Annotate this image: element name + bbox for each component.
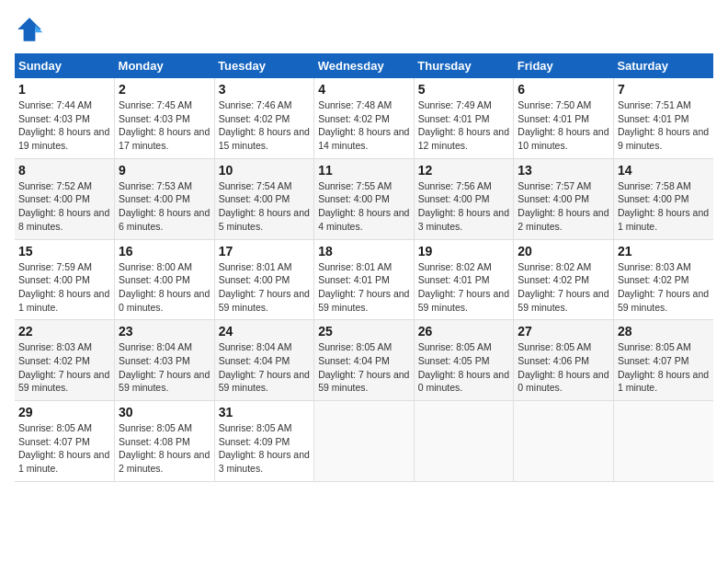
- day-info: Sunrise: 7:51 AMSunset: 4:01 PMDaylight:…: [618, 98, 710, 153]
- day-info: Sunrise: 7:46 AMSunset: 4:02 PMDaylight:…: [219, 98, 311, 153]
- empty-cell: [613, 401, 713, 482]
- day-number: 30: [119, 405, 210, 419]
- calendar-day-18: 18Sunrise: 8:01 AMSunset: 4:01 PMDayligh…: [314, 239, 415, 320]
- day-info: Sunrise: 8:05 AMSunset: 4:05 PMDaylight:…: [418, 340, 510, 395]
- day-number: 28: [618, 324, 710, 339]
- weekday-header-row: SundayMondayTuesdayWednesdayThursdayFrid…: [15, 53, 713, 78]
- day-number: 7: [618, 82, 710, 97]
- calendar-day-26: 26Sunrise: 8:05 AMSunset: 4:05 PMDayligh…: [414, 320, 514, 401]
- day-info: Sunrise: 7:50 AMSunset: 4:01 PMDaylight:…: [518, 98, 609, 153]
- calendar-day-2: 2Sunrise: 7:45 AMSunset: 4:03 PMDaylight…: [115, 78, 215, 158]
- day-number: 13: [518, 163, 609, 178]
- day-info: Sunrise: 8:02 AMSunset: 4:01 PMDaylight:…: [418, 260, 510, 315]
- calendar-day-8: 8Sunrise: 7:52 AMSunset: 4:00 PMDaylight…: [15, 158, 115, 239]
- day-info: Sunrise: 7:45 AMSunset: 4:03 PMDaylight:…: [119, 98, 210, 153]
- day-info: Sunrise: 8:05 AMSunset: 4:04 PMDaylight:…: [318, 340, 410, 395]
- logo-icon: [15, 15, 44, 44]
- day-number: 23: [119, 324, 210, 339]
- calendar-day-20: 20Sunrise: 8:02 AMSunset: 4:02 PMDayligh…: [514, 239, 614, 320]
- day-number: 25: [318, 324, 410, 339]
- day-info: Sunrise: 8:05 AMSunset: 4:08 PMDaylight:…: [119, 421, 210, 476]
- day-info: Sunrise: 7:55 AMSunset: 4:00 PMDaylight:…: [318, 179, 410, 234]
- day-info: Sunrise: 8:00 AMSunset: 4:00 PMDaylight:…: [119, 260, 210, 315]
- calendar-day-3: 3Sunrise: 7:46 AMSunset: 4:02 PMDaylight…: [214, 78, 314, 158]
- calendar-day-23: 23Sunrise: 8:04 AMSunset: 4:03 PMDayligh…: [115, 320, 215, 401]
- calendar-day-25: 25Sunrise: 8:05 AMSunset: 4:04 PMDayligh…: [314, 320, 415, 401]
- calendar-day-6: 6Sunrise: 7:50 AMSunset: 4:01 PMDaylight…: [514, 78, 614, 158]
- calendar-week-4: 22Sunrise: 8:03 AMSunset: 4:02 PMDayligh…: [15, 320, 713, 401]
- day-number: 5: [418, 82, 510, 97]
- calendar-day-27: 27Sunrise: 8:05 AMSunset: 4:06 PMDayligh…: [514, 320, 614, 401]
- day-number: 20: [518, 244, 609, 259]
- day-number: 31: [219, 405, 311, 419]
- header: [15, 15, 713, 44]
- calendar-day-29: 29Sunrise: 8:05 AMSunset: 4:07 PMDayligh…: [15, 401, 115, 482]
- day-info: Sunrise: 7:54 AMSunset: 4:00 PMDaylight:…: [219, 179, 311, 234]
- calendar-day-4: 4Sunrise: 7:48 AMSunset: 4:02 PMDaylight…: [314, 78, 415, 158]
- day-info: Sunrise: 8:05 AMSunset: 4:09 PMDaylight:…: [219, 421, 311, 476]
- day-number: 17: [219, 244, 311, 259]
- day-number: 21: [618, 244, 710, 259]
- day-info: Sunrise: 8:02 AMSunset: 4:02 PMDaylight:…: [518, 260, 609, 315]
- day-info: Sunrise: 7:56 AMSunset: 4:00 PMDaylight:…: [418, 179, 510, 234]
- calendar-day-17: 17Sunrise: 8:01 AMSunset: 4:00 PMDayligh…: [214, 239, 314, 320]
- day-info: Sunrise: 7:52 AMSunset: 4:00 PMDaylight:…: [18, 179, 110, 234]
- calendar-day-1: 1Sunrise: 7:44 AMSunset: 4:03 PMDaylight…: [15, 78, 115, 158]
- day-number: 14: [618, 163, 710, 178]
- day-info: Sunrise: 8:03 AMSunset: 4:02 PMDaylight:…: [618, 260, 710, 315]
- day-number: 10: [219, 163, 311, 178]
- day-info: Sunrise: 8:05 AMSunset: 4:06 PMDaylight:…: [518, 340, 609, 395]
- calendar-day-22: 22Sunrise: 8:03 AMSunset: 4:02 PMDayligh…: [15, 320, 115, 401]
- calendar-day-19: 19Sunrise: 8:02 AMSunset: 4:01 PMDayligh…: [414, 239, 514, 320]
- calendar-day-24: 24Sunrise: 8:04 AMSunset: 4:04 PMDayligh…: [214, 320, 314, 401]
- calendar-day-16: 16Sunrise: 8:00 AMSunset: 4:00 PMDayligh…: [115, 239, 215, 320]
- day-info: Sunrise: 7:53 AMSunset: 4:00 PMDaylight:…: [119, 179, 210, 234]
- day-number: 19: [418, 244, 510, 259]
- calendar-day-13: 13Sunrise: 7:57 AMSunset: 4:00 PMDayligh…: [514, 158, 614, 239]
- day-info: Sunrise: 8:01 AMSunset: 4:00 PMDaylight:…: [219, 260, 311, 315]
- weekday-header-friday: Friday: [514, 53, 614, 78]
- empty-cell: [414, 401, 514, 482]
- day-info: Sunrise: 8:04 AMSunset: 4:03 PMDaylight:…: [119, 340, 210, 395]
- weekday-header-saturday: Saturday: [613, 53, 713, 78]
- day-number: 3: [219, 82, 311, 97]
- weekday-header-wednesday: Wednesday: [314, 53, 415, 78]
- day-number: 9: [119, 163, 210, 178]
- day-number: 12: [418, 163, 510, 178]
- calendar-day-14: 14Sunrise: 7:58 AMSunset: 4:00 PMDayligh…: [613, 158, 713, 239]
- day-info: Sunrise: 7:59 AMSunset: 4:00 PMDaylight:…: [18, 260, 110, 315]
- calendar-week-5: 29Sunrise: 8:05 AMSunset: 4:07 PMDayligh…: [15, 401, 713, 482]
- calendar-table: SundayMondayTuesdayWednesdayThursdayFrid…: [15, 53, 713, 482]
- calendar-day-31: 31Sunrise: 8:05 AMSunset: 4:09 PMDayligh…: [214, 401, 314, 482]
- day-info: Sunrise: 8:04 AMSunset: 4:04 PMDaylight:…: [219, 340, 311, 395]
- day-number: 16: [119, 244, 210, 259]
- day-info: Sunrise: 8:01 AMSunset: 4:01 PMDaylight:…: [318, 260, 410, 315]
- day-number: 4: [318, 82, 410, 97]
- weekday-header-monday: Monday: [115, 53, 215, 78]
- day-info: Sunrise: 7:57 AMSunset: 4:00 PMDaylight:…: [518, 179, 609, 234]
- weekday-header-sunday: Sunday: [15, 53, 115, 78]
- empty-cell: [314, 401, 415, 482]
- day-number: 24: [219, 324, 311, 339]
- logo: [15, 15, 48, 44]
- calendar-day-28: 28Sunrise: 8:05 AMSunset: 4:07 PMDayligh…: [613, 320, 713, 401]
- day-info: Sunrise: 8:03 AMSunset: 4:02 PMDaylight:…: [18, 340, 110, 395]
- day-info: Sunrise: 8:05 AMSunset: 4:07 PMDaylight:…: [18, 421, 110, 476]
- calendar-day-15: 15Sunrise: 7:59 AMSunset: 4:00 PMDayligh…: [15, 239, 115, 320]
- day-number: 2: [119, 82, 210, 97]
- calendar-day-21: 21Sunrise: 8:03 AMSunset: 4:02 PMDayligh…: [613, 239, 713, 320]
- day-number: 6: [518, 82, 609, 97]
- weekday-header-tuesday: Tuesday: [214, 53, 314, 78]
- day-number: 8: [18, 163, 110, 178]
- calendar-day-9: 9Sunrise: 7:53 AMSunset: 4:00 PMDaylight…: [115, 158, 215, 239]
- calendar-day-11: 11Sunrise: 7:55 AMSunset: 4:00 PMDayligh…: [314, 158, 415, 239]
- calendar-day-12: 12Sunrise: 7:56 AMSunset: 4:00 PMDayligh…: [414, 158, 514, 239]
- empty-cell: [514, 401, 614, 482]
- svg-marker-1: [35, 25, 42, 32]
- day-info: Sunrise: 7:58 AMSunset: 4:00 PMDaylight:…: [618, 179, 710, 234]
- day-info: Sunrise: 7:49 AMSunset: 4:01 PMDaylight:…: [418, 98, 510, 153]
- day-number: 1: [18, 82, 110, 97]
- day-info: Sunrise: 7:48 AMSunset: 4:02 PMDaylight:…: [318, 98, 410, 153]
- calendar-week-2: 8Sunrise: 7:52 AMSunset: 4:00 PMDaylight…: [15, 158, 713, 239]
- calendar-day-10: 10Sunrise: 7:54 AMSunset: 4:00 PMDayligh…: [214, 158, 314, 239]
